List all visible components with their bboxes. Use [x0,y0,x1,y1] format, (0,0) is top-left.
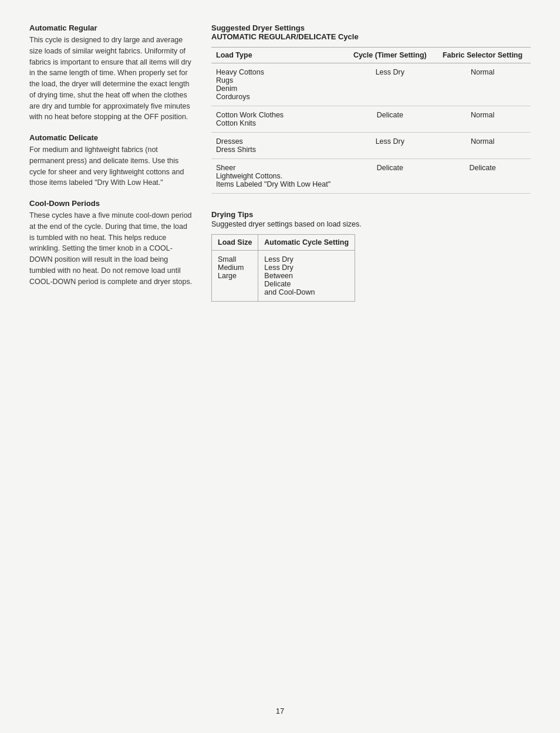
sub-title: AUTOMATIC REGULAR/DELICATE Cycle [211,32,531,41]
fabric-cell: Delicate [434,159,531,194]
automatic-delicate-title: Automatic Delicate [29,133,194,142]
load-type-header: Load Type [211,48,345,63]
setting-cell: Less Dry Less Dry Between Delicate and C… [258,251,355,302]
fabric-cell: Normal [434,106,531,133]
automatic-regular-title: Automatic Regular [29,23,194,32]
table-row: Dresses Dress ShirtsLess DryNormal [211,133,531,159]
main-title: Suggested Dryer Settings [211,23,531,32]
cycle-cell: Delicate [345,106,434,133]
load-type-cell: Heavy Cottons Rugs Denim Corduroys [211,63,345,106]
page: Automatic Regular This cycle is designed… [0,0,560,733]
load-size-col-header: Load Size [212,235,258,251]
cycle-cell: Delicate [345,159,434,194]
page-number: 17 [276,707,284,715]
automatic-delicate-body: For medium and lightweight fabrics (not … [29,144,194,188]
cool-down-body: These cycles have a five minute cool-dow… [29,210,194,287]
load-size-row: Small Medium LargeLess Dry Less Dry Betw… [212,251,355,302]
load-size-cell: Small Medium Large [212,251,258,302]
cycle-header: Cycle (Timer Setting) [345,48,434,63]
right-column: Suggested Dryer Settings AUTOMATIC REGUL… [211,23,531,302]
load-size-table: Load Size Automatic Cycle Setting Small … [211,234,355,302]
fabric-cell: Normal [434,133,531,159]
table-row: Cotton Work Clothes Cotton KnitsDelicate… [211,106,531,133]
automatic-regular-section: Automatic Regular This cycle is designed… [29,23,194,123]
load-type-cell: Cotton Work Clothes Cotton Knits [211,106,345,133]
left-column: Automatic Regular This cycle is designed… [29,23,194,302]
cycle-cell: Less Dry [345,133,434,159]
auto-cycle-col-header: Automatic Cycle Setting [258,235,355,251]
table-row: Sheer Lightweight Cottons. Items Labeled… [211,159,531,194]
load-type-cell: Sheer Lightweight Cottons. Items Labeled… [211,159,345,194]
drying-tips-section: Drying Tips Suggested dryer settings bas… [211,210,531,302]
drying-tips-title: Drying Tips [211,210,531,219]
table-row: Heavy Cottons Rugs Denim CorduroysLess D… [211,63,531,106]
fabric-header: Fabric Selector Setting [434,48,531,63]
dryer-settings-table: Load Type Cycle (Timer Setting) Fabric S… [211,47,531,194]
right-header: Suggested Dryer Settings AUTOMATIC REGUL… [211,23,531,41]
automatic-regular-body: This cycle is designed to dry large and … [29,35,194,123]
automatic-delicate-section: Automatic Delicate For medium and lightw… [29,133,194,188]
drying-tips-body: Suggested dryer settings based on load s… [211,220,531,228]
cool-down-section: Cool-Down Periods These cycles have a fi… [29,199,194,287]
load-type-cell: Dresses Dress Shirts [211,133,345,159]
cycle-cell: Less Dry [345,63,434,106]
cool-down-title: Cool-Down Periods [29,199,194,208]
content-area: Automatic Regular This cycle is designed… [29,23,531,302]
fabric-cell: Normal [434,63,531,106]
